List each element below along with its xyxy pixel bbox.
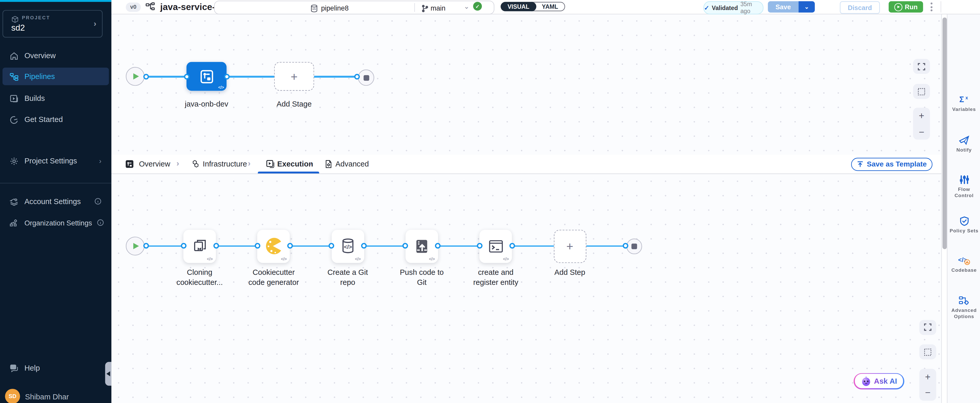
stage-canvas[interactable]: </> + java-onb-dev Add Stage + − — [111, 14, 942, 155]
step-label[interactable]: create andregister entity — [458, 267, 533, 288]
sidebar-item-help[interactable]: ? Help — [0, 360, 111, 377]
main-content: </> + java-onb-dev Add Stage + − — [111, 14, 980, 403]
sidebar-item-project-settings[interactable]: Project Settings › — [0, 152, 111, 170]
connector-port[interactable] — [224, 74, 229, 80]
fit-to-view-button[interactable] — [919, 344, 936, 359]
step-cloning-cookiecutter[interactable]: </> — [183, 229, 216, 263]
run-button[interactable]: Run — [889, 1, 923, 13]
pipeline-header: v0 java-service-onboar… </> pipeline8 ma… — [111, 0, 980, 14]
rail-item-flow-control[interactable]: Flow Control — [948, 174, 980, 198]
stage-node-java-onb-dev[interactable]: </> — [186, 62, 227, 91]
add-stage-button[interactable]: + — [274, 62, 314, 91]
discard-button[interactable]: Discard — [840, 1, 880, 14]
svg-text:</>: </> — [312, 8, 316, 10]
terminal-icon — [487, 237, 504, 255]
yaml-toggle-button[interactable]: YAML — [531, 2, 565, 11]
sidebar-item-account-settings[interactable]: Account Settings — [0, 193, 111, 210]
codebase-icon: </> — [958, 255, 970, 265]
branch-select[interactable]: main — [431, 4, 445, 11]
project-selector[interactable]: PROJECT sd2 › — [3, 10, 103, 38]
rail-item-policy-sets[interactable]: Policy Sets — [948, 215, 980, 234]
vertical-scrollbar[interactable] — [942, 15, 947, 403]
fullscreen-button[interactable] — [913, 59, 930, 74]
stage-start-node[interactable] — [126, 67, 145, 86]
step-create-and-register-entity[interactable]: </> — [479, 229, 512, 263]
step-cookiecutter-code-generator[interactable]: </> — [258, 229, 290, 263]
connector-port[interactable] — [361, 243, 367, 248]
sidebar-item-organization-settings[interactable]: Organization Settings — [0, 214, 111, 232]
stage-end-node[interactable] — [358, 70, 374, 86]
sidebar-item-builds[interactable]: Builds — [0, 89, 111, 107]
execution-end-node[interactable] — [626, 238, 642, 254]
play-icon — [133, 243, 138, 249]
step-push-code-to-git[interactable]: </> — [406, 229, 438, 263]
chevron-right-icon: › — [99, 157, 101, 165]
rail-item-codebase[interactable]: </> Codebase — [948, 255, 980, 273]
connector-port[interactable] — [435, 243, 441, 248]
connector-port[interactable] — [184, 74, 189, 80]
sidebar-item-pipelines[interactable]: Pipelines — [3, 68, 109, 85]
zoom-in-button[interactable]: + — [925, 371, 931, 382]
chevron-right-icon: › — [94, 19, 97, 28]
connector-port[interactable] — [255, 243, 260, 248]
code-badge: </> — [218, 85, 224, 89]
connector-port[interactable] — [477, 243, 482, 248]
save-as-template-button[interactable]: Save as Template — [851, 158, 932, 170]
project-name: sd2 — [11, 23, 25, 32]
tab-advanced[interactable]: Advanced — [336, 159, 369, 168]
scrollbar-thumb[interactable] — [942, 18, 947, 249]
zoom-out-button[interactable]: − — [925, 387, 931, 398]
ask-ai-button[interactable]: Ask AI — [854, 373, 904, 389]
info-icon — [94, 198, 101, 206]
add-stage-label[interactable]: Add Stage — [257, 99, 332, 109]
validation-badge[interactable]: ✓ Validated 35m ago — [703, 1, 764, 14]
home-icon — [9, 51, 19, 61]
push-code-icon — [414, 237, 430, 255]
sidebar-item-get-started[interactable]: Get Started — [0, 111, 111, 128]
step-create-git-repo[interactable]: </> </> — [332, 229, 364, 263]
step-label[interactable]: Push code toGit — [384, 267, 460, 288]
connector-port[interactable] — [509, 243, 515, 248]
tab-overview[interactable]: Overview — [139, 159, 170, 168]
zoom-in-button[interactable]: + — [919, 110, 924, 121]
add-step-button[interactable]: + — [554, 229, 586, 263]
connector-port[interactable] — [287, 243, 293, 248]
rail-item-advanced-options[interactable]: Advanced Options — [948, 295, 980, 319]
save-dropdown-button[interactable]: ⌄ — [799, 1, 815, 13]
connector-port[interactable] — [181, 243, 186, 248]
execution-canvas[interactable]: </> </> </> </> </> </> + — [111, 174, 942, 403]
visual-toggle-button[interactable]: VISUAL — [501, 2, 536, 11]
pipeline-record-icon: </> — [310, 3, 318, 15]
sidebar-collapse-handle[interactable] — [105, 362, 111, 385]
tab-infrastructure[interactable]: Infrastructure — [203, 159, 247, 168]
rail-item-notify[interactable]: Notify — [948, 135, 980, 153]
zoom-out-button[interactable]: − — [919, 126, 924, 137]
ai-mascot-icon — [861, 376, 871, 386]
fullscreen-button[interactable] — [919, 320, 936, 335]
fit-to-view-button[interactable] — [913, 84, 930, 99]
project-label: PROJECT — [22, 15, 50, 21]
step-label[interactable]: Cookiecuttercode generator — [236, 267, 311, 288]
user-avatar[interactable]: SD — [5, 389, 20, 403]
git-branch-icon — [421, 3, 428, 15]
tab-execution[interactable]: Execution — [277, 159, 313, 168]
variables-icon: Σx — [958, 94, 970, 105]
policy-sets-icon — [959, 215, 969, 226]
step-label[interactable]: Create a Gitrepo — [310, 267, 385, 288]
user-name[interactable]: Shibam Dhar — [25, 392, 69, 401]
app-viewport: PROJECT sd2 › Overview Pipelines Builds — [0, 0, 980, 403]
execution-tab-icon — [266, 159, 275, 171]
rail-item-variables[interactable]: Σx Variables — [948, 94, 980, 113]
add-step-label[interactable]: Add Step — [532, 267, 607, 277]
connector-port[interactable] — [354, 74, 360, 80]
more-options-kebab[interactable] — [930, 3, 932, 11]
sidebar-item-overview[interactable]: Overview — [0, 47, 111, 64]
validation-status: Validated — [712, 4, 738, 11]
execution-start-node[interactable] — [126, 237, 145, 256]
connector-port[interactable] — [143, 74, 149, 80]
stage-label[interactable]: java-onb-dev — [169, 99, 244, 109]
chevron-down-icon[interactable]: ⌄ — [464, 3, 469, 11]
step-label[interactable]: Cloningcookiecutter... — [162, 267, 237, 288]
save-button[interactable]: Save — [768, 1, 799, 13]
pipeline-select[interactable]: pipeline8 — [321, 4, 348, 11]
